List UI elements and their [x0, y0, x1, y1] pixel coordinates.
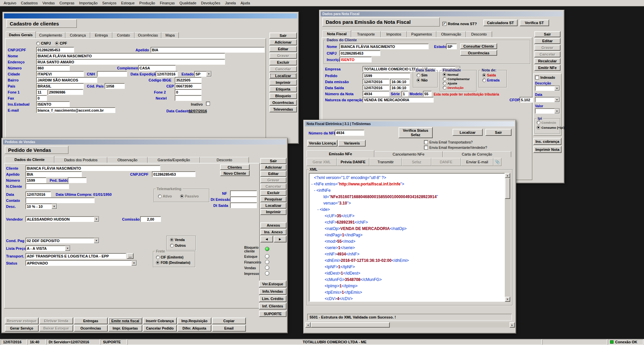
nf-estado-field[interactable]: [446, 44, 457, 49]
nf-nome-field[interactable]: [339, 44, 429, 49]
cad-cnpj-cpf-field[interactable]: [36, 47, 74, 53]
nfe-tab-carta-correcao[interactable]: Carta de Correção: [443, 151, 511, 157]
menu-item-producao[interactable]: Produção: [137, 0, 157, 6]
nf-data-saida-nao-radio[interactable]: Não: [417, 78, 428, 82]
nfe-envia-email-transportadora-checkbox[interactable]: Envia Email Transportadora?: [424, 140, 473, 144]
dropdown-arrow-icon[interactable]: ▼: [554, 109, 559, 113]
nf-emitir-nfe-button[interactable]: Emitir NFe: [534, 65, 560, 71]
ped-dt-emissao-field[interactable]: [230, 196, 257, 202]
nf-numero-nota-field[interactable]: [363, 91, 389, 97]
nfe-transmitir-button[interactable]: Transmitir: [369, 158, 402, 166]
dropdown-arrow-icon[interactable]: ▼: [94, 217, 99, 222]
cad-imprimir-button[interactable]: Imprimir: [269, 79, 297, 85]
ped-titlebar[interactable]: Pedidos de Vendas: [3, 139, 286, 145]
dropdown-arrow-icon[interactable]: ▼: [65, 246, 70, 251]
cad-email-field[interactable]: [36, 107, 115, 113]
cad-data-expedicao-field[interactable]: [156, 71, 178, 77]
menu-item-importacao[interactable]: Importação: [77, 0, 100, 6]
nf-tab-transporte[interactable]: Transporte: [351, 31, 381, 37]
menu-item-financas[interactable]: Finanças: [157, 0, 177, 6]
cad-excluir-button[interactable]: Excluir: [269, 59, 297, 65]
nf-cnpj-field[interactable]: [339, 50, 380, 56]
nfe-xml-vscrollbar[interactable]: ▲ ▼: [505, 173, 510, 302]
ped-apelido-field[interactable]: [25, 171, 82, 177]
ped-entregas-button[interactable]: Entregas: [74, 318, 108, 324]
nf-ipi-consumo-radio[interactable]: Consumo (+ipi): [537, 126, 565, 129]
menu-item-cadastros[interactable]: Cadastros: [18, 0, 40, 6]
nf-finalidade-ajuste-radio[interactable]: Ajuste: [443, 81, 457, 85]
cad-editar-button[interactable]: Editar: [269, 46, 297, 52]
ped-suporte-button[interactable]: SUPORTE: [259, 311, 286, 317]
cad-inativo-checkbox[interactable]: [206, 102, 210, 106]
nfe-verifica-status-sefaz-button[interactable]: Verifica Status Sefaz: [398, 127, 433, 138]
nf-hora-emissao-field[interactable]: [390, 79, 410, 84]
ped-cnpj-cpf-field[interactable]: [152, 171, 196, 177]
dropdown-arrow-icon[interactable]: ▼: [554, 97, 559, 102]
nfe-envia-email-representante-checkbox[interactable]: Envia Email Representante/Vendedor?: [424, 146, 487, 150]
nf-pedido-field[interactable]: [363, 73, 410, 78]
ped-numero-field[interactable]: [25, 177, 46, 183]
dropdown-arrow-icon[interactable]: ▼: [94, 238, 99, 243]
ped-tab-desconto[interactable]: Desconto: [200, 157, 249, 163]
cad-ins-estadual-field[interactable]: [36, 101, 70, 107]
nf-inscricao-field[interactable]: [339, 57, 372, 62]
ped-imp-requisicao-button[interactable]: Imp.Requisição: [177, 318, 211, 324]
cad-sair-button[interactable]: Sair: [269, 33, 297, 39]
nfe-localizar-button[interactable]: Localizar: [452, 129, 483, 136]
ped-ped-saldo-field[interactable]: [68, 177, 87, 183]
cad-tab-dados-gerais[interactable]: Dados Gerais: [6, 31, 36, 38]
cad-cep-field[interactable]: [175, 83, 202, 89]
nf-rotina-nova-st-checkbox[interactable]: ✓ Rotina nova ST?: [442, 22, 477, 26]
nf-consultar-cliente-button[interactable]: Consultar Cliente: [460, 43, 497, 49]
dropdown-arrow-icon[interactable]: ▼: [52, 204, 57, 209]
nf-serie-field[interactable]: [401, 91, 408, 97]
ped-ins-anexo-button[interactable]: Ins. Anexo: [260, 229, 286, 235]
ped-difer-aliquota-button[interactable]: Difer. Aliquota: [177, 325, 211, 332]
ped-dt-saida-field[interactable]: [230, 203, 257, 208]
menu-item-qualidade[interactable]: Qualidade: [177, 0, 199, 6]
nf-hora-saida-field[interactable]: [390, 85, 410, 91]
scroll-right-icon[interactable]: ►: [509, 322, 515, 328]
cad-tab-contato[interactable]: Contato: [112, 32, 135, 38]
menu-item-estoque[interactable]: Estoque: [119, 0, 137, 6]
ped-desc-combo[interactable]: 10 % - 10 ▼: [25, 204, 57, 209]
cad-fone2-field[interactable]: [175, 89, 202, 95]
scroll-down-icon[interactable]: ▼: [505, 297, 510, 302]
ped-transport-field[interactable]: [25, 253, 126, 259]
nfe-titlebar[interactable]: Nota Fiscal Eletrônica | 3.1 | TnSistema…: [305, 121, 515, 126]
cad-tab-mapa[interactable]: Mapa: [161, 32, 179, 38]
cad-nextel-field[interactable]: [175, 95, 202, 101]
ped-ver-estoque-button[interactable]: Ver.Estoque: [259, 281, 286, 287]
nf-finalidade-complementar-radio[interactable]: Complementar: [443, 77, 470, 81]
ped-frete-fob-radio[interactable]: FOB (Destinatario): [156, 261, 190, 265]
nfe-sair-button[interactable]: Sair: [485, 129, 512, 136]
ped-status-combo[interactable]: APROVADO ▼: [25, 260, 137, 266]
ped-sair-button[interactable]: Sair: [260, 158, 286, 164]
cad-tab-cobranca[interactable]: Cobrança: [65, 32, 90, 38]
menu-item-devolucoes[interactable]: Devoluções: [199, 0, 222, 6]
ped-nf-field[interactable]: [230, 190, 257, 196]
nfe-attachment-button[interactable]: 📎: [493, 158, 501, 166]
ped-comissao-field[interactable]: [140, 216, 161, 222]
ped-cond-pag-combo[interactable]: 02 DDF DEPOSITO ▼: [25, 238, 99, 243]
ped-tab-garantia-expedicao[interactable]: Garantia/Expedição: [148, 157, 200, 163]
nf-recalcular-button[interactable]: Recalcular: [534, 58, 560, 64]
nfe-versao-licenca-button[interactable]: Versão Licença: [307, 140, 337, 147]
cad-tab-ocorrencias[interactable]: Ocorrências: [135, 32, 161, 38]
cad-fone1-ddd-field[interactable]: [36, 89, 47, 95]
ped-vendedor-combo[interactable]: ALESSANDRO HUDSON ▼: [25, 216, 99, 222]
ped-copiar-button[interactable]: Copiar: [212, 318, 246, 324]
nf-cfop-field[interactable]: [520, 97, 533, 103]
nf-finalidade-devolucao-radio[interactable]: Devolução: [443, 86, 464, 90]
cad-televendas-button[interactable]: Televendas: [269, 106, 297, 112]
nf-data-emissao-field[interactable]: [363, 79, 389, 84]
scroll-left-icon[interactable]: ◄: [305, 322, 311, 328]
cad-tab-complemento[interactable]: Complemento: [36, 32, 65, 38]
ped-venda-radio[interactable]: Venda: [170, 238, 184, 242]
ped-data-field[interactable]: [25, 191, 51, 197]
cad-estado-combo[interactable]: SP ▼: [194, 71, 212, 77]
ped-info-vendas-button[interactable]: Info.Vendas: [259, 288, 286, 295]
cad-apelido-field[interactable]: [151, 47, 265, 53]
nfe-tab-emissao[interactable]: Emissão NFe: [307, 150, 374, 157]
ped-telemarketing-ativo-radio[interactable]: Ativo: [158, 194, 172, 198]
